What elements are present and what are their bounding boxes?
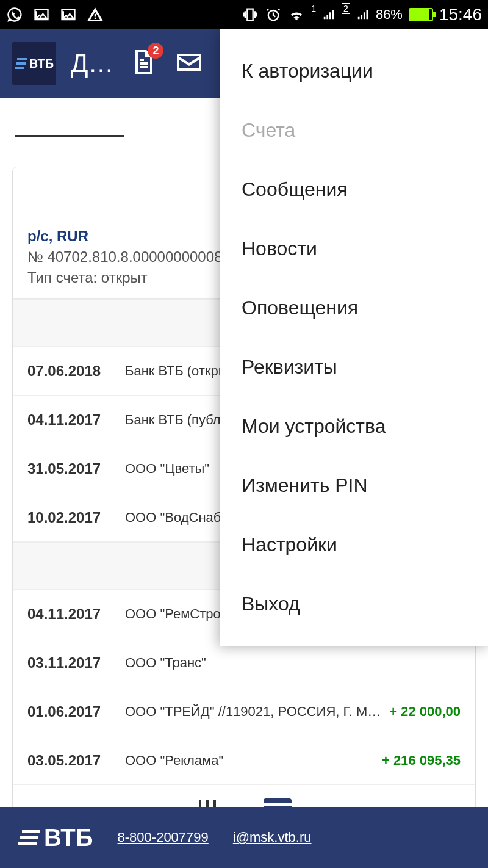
menu-item[interactable]: К авторизации [220,42,488,101]
menu-item[interactable]: Мои устройства [220,397,488,456]
envelope-icon [174,48,204,77]
battery-icon [409,8,433,21]
transaction-desc: ООО "Реклама" [125,753,376,769]
transaction-date: 03.05.2017 [27,752,125,769]
transaction-date: 04.11.2017 [27,606,125,623]
sim1-indicator: 1 [311,4,316,13]
transaction-row[interactable]: 03.05.2017ООО "Реклама"+ 216 095,35 [13,736,475,785]
whatsapp-icon [6,6,23,23]
svg-rect-5 [264,803,292,806]
transaction-date: 01.06.2017 [27,703,125,720]
footer-phone-link[interactable]: 8-800-2007799 [118,830,209,845]
transaction-row[interactable]: 01.06.2017ООО "ТРЕЙД" //119021, РОССИЯ, … [13,687,475,736]
svg-rect-2 [206,802,209,805]
transaction-date: 07.06.2018 [27,363,125,380]
menu-item[interactable]: Выход [220,574,488,634]
vtb-logo[interactable]: ВТБ [12,42,56,85]
signal-icon [322,6,336,23]
transaction-date: 10.02.2017 [27,509,125,526]
menu-item[interactable]: Настройки [220,515,488,574]
transaction-desc: ООО "Транс" [125,655,454,671]
notification-badge: 2 [148,43,163,59]
mail-button[interactable] [174,48,204,79]
transaction-date: 31.05.2017 [27,460,125,477]
menu-item[interactable]: Сообщения [220,160,488,219]
vibrate-icon [242,6,259,23]
footer-logo: ВТБ [18,824,93,852]
wifi-icon [288,6,305,23]
warning-icon [87,6,104,23]
transaction-desc: ООО "ТРЕЙД" //119021, РОССИЯ, Г. МОСКВА,… [125,704,383,720]
menu-item[interactable]: Реквизиты [220,338,488,397]
transaction-date: 04.11.2017 [27,411,125,429]
picture-icon [33,6,50,23]
transaction-date: 03.11.2017 [27,654,125,671]
signal-icon [356,6,370,23]
alarm-icon [265,6,282,23]
android-status-bar: 1 2 86% 15:46 [0,0,488,29]
battery-percent: 86% [376,7,403,23]
sim2-indicator: 2 [342,3,350,14]
picture-icon [60,6,77,23]
transaction-row[interactable]: 03.11.2017ООО "Транс" [13,638,475,687]
overflow-menu: К авторизацииСчетаСообщенияНовостиОповещ… [220,29,488,646]
menu-item[interactable]: Оповещения [220,278,488,338]
transaction-amount: + 216 095,35 [382,753,461,769]
footer-bar: ВТБ 8-800-2007799 i@msk.vtb.ru [0,807,488,868]
page-title: Д… [71,49,113,78]
transaction-amount: + 22 000,00 [389,704,461,720]
menu-item[interactable]: Новости [220,219,488,278]
menu-item: Счета [220,101,488,160]
menu-item[interactable]: Изменить PIN [220,456,488,515]
documents-button[interactable]: 2 [128,48,157,79]
status-time: 15:46 [439,5,482,24]
footer-email-link[interactable]: i@msk.vtb.ru [233,830,312,845]
